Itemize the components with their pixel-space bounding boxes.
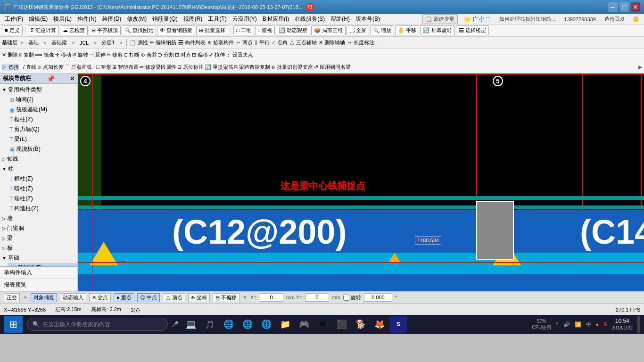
tree-col[interactable]: T框柱(Z) [8, 115, 77, 124]
tree-column-group[interactable]: ▼ 柱 [0, 164, 77, 174]
tree-ban-group[interactable]: ▷ 板 [0, 243, 77, 253]
tree-dz[interactable]: T端柱(Z) [8, 194, 77, 204]
tree-liang-group[interactable]: ▷ 梁 [0, 233, 77, 243]
line-btn[interactable]: / 直线 [23, 64, 36, 71]
batch-select-btn[interactable]: ⊞ 批量选择 [196, 25, 228, 35]
single-comp-btn[interactable]: 单构件输入 [0, 267, 77, 279]
zoom-btn[interactable]: 🔍 缩放 [370, 25, 394, 35]
volume-icon[interactable]: 🔊 [563, 321, 570, 328]
menu-edit[interactable]: 编辑(E) [26, 14, 50, 24]
tree-axis[interactable]: ⊞轴网(J) [8, 95, 77, 105]
tree-az[interactable]: T暗柱(Z) [8, 184, 77, 194]
apply-same-btn[interactable]: ↺ 应用到同名梁 [314, 64, 351, 71]
span-copy-btn[interactable]: ⎘ 梁跨数据复制 [234, 64, 270, 71]
mic-icon[interactable]: 🎤 [172, 321, 179, 328]
task-app-1[interactable]: 💻 [182, 316, 199, 333]
pan-btn[interactable]: ✋ 平移 [395, 25, 419, 35]
three-arc-btn[interactable]: ⌒ 三点画弧 [65, 64, 92, 71]
expand-arrow[interactable]: ▶ [638, 64, 642, 70]
offset-btn[interactable]: ⊞ 偏移 [192, 51, 208, 58]
length-mark-btn[interactable]: ↔ 长度标注 [347, 39, 374, 46]
grip-btn[interactable]: ⋮ 设置夹点 [226, 51, 253, 58]
find-element-btn[interactable]: 🔍 查找图元 [122, 25, 156, 35]
fullscreen-btn[interactable]: ⛶ 全屏 [347, 25, 369, 35]
delete-btn[interactable]: ✕ 删除 [2, 51, 18, 58]
task-app-ie2[interactable]: 🌐 [239, 316, 256, 333]
property-btn[interactable]: 📋 属性 [130, 39, 148, 46]
ortho-btn[interactable]: 正交 [4, 293, 20, 302]
task-app-red[interactable]: ⬛ [333, 316, 350, 333]
new-change-btn[interactable]: 📋 新建变更 [422, 14, 458, 24]
start-button[interactable]: ⊞ [4, 316, 23, 333]
point-len-btn[interactable]: ⊙ 点加长度 [37, 64, 64, 71]
menu-cloud[interactable]: 云应用(Y) [230, 14, 260, 24]
screen-rotate-btn[interactable]: 🔃 屏幕旋转 [420, 25, 454, 35]
del-axis-btn[interactable]: ✕ 删除辅轴 [319, 39, 345, 46]
point-angle-btn[interactable]: ∠ 点角 [272, 39, 288, 46]
midpoint-btn[interactable]: ◎ 中点 [137, 293, 160, 302]
tree-kz[interactable]: T框柱(Z) [8, 174, 77, 184]
dynamic-view-btn[interactable]: 🔄 动态观察 [276, 25, 310, 35]
coord-btn[interactable]: ⊕ 坐标 [188, 293, 210, 302]
select-btn[interactable]: ▷ 选择 [2, 64, 19, 71]
rotate-input[interactable] [364, 293, 392, 302]
trim-btn[interactable]: ✂ 修剪 [107, 51, 123, 58]
parallel-btn[interactable]: ∥ 平行 [255, 39, 269, 46]
three-point-axis-btn[interactable]: △ 三点辅轴 [289, 39, 317, 46]
move-btn[interactable]: ✛ 移动 [55, 51, 71, 58]
tree-slab[interactable]: ▣现浇板(B) [8, 144, 77, 154]
menu-draw[interactable]: 绘图(D) [99, 14, 124, 24]
caret-icon[interactable]: ^ [556, 321, 558, 327]
rect-btn[interactable]: □ 矩形 [96, 64, 111, 71]
task-app-mail[interactable]: ✉ [314, 316, 331, 333]
menu-help[interactable]: 帮助(H) [328, 14, 353, 24]
report-preview-btn[interactable]: 报表预览 [0, 279, 77, 291]
maximize-button[interactable]: □ [619, 2, 629, 12]
two-point-btn[interactable]: ↔ 两点 [236, 39, 253, 46]
top-view-btn[interactable]: ↕ 俯视 [255, 25, 275, 35]
midpoint-heavy-btn[interactable]: ● 重点 [114, 293, 134, 302]
tree-beam[interactable]: T梁(L) [8, 134, 77, 144]
re-extract-btn[interactable]: 🔄 重提梁筋 [205, 64, 233, 71]
break-btn[interactable]: ⊂ 打断 [124, 51, 140, 58]
y-input[interactable] [305, 293, 329, 302]
define-btn[interactable]: ■ 定义 [2, 25, 23, 35]
task-app-folder[interactable]: 📁 [277, 316, 294, 333]
menu-component[interactable]: 构件(N) [74, 14, 99, 24]
show-desktop[interactable] [637, 316, 640, 333]
canvas-area[interactable]: 4 5 这是梁中心线捕捉点 (C12@200) (C14 1180,534 → [78, 74, 644, 291]
align-btn[interactable]: ⊟ 对齐 [175, 51, 191, 58]
local-3d-btn[interactable]: 📦 局部三维 [311, 25, 346, 35]
batch-identify-btn[interactable]: ⊕ 批量识别梁支座 [271, 64, 313, 71]
intersection-btn[interactable]: ✕ 交点 [89, 293, 111, 302]
menu-floor[interactable]: 楼层(L) [50, 14, 74, 24]
rotate-check[interactable] [343, 295, 349, 301]
tree-foundation-group[interactable]: ▼ 基础 [0, 253, 77, 263]
stretch-btn[interactable]: ⤢ 拉伸 [209, 51, 225, 58]
modify-seg-btn[interactable]: ✏ 修改梁段属性 [140, 64, 176, 71]
menu-tools[interactable]: 工具(T) [205, 14, 229, 24]
network-icon[interactable]: 📶 [575, 321, 581, 328]
menu-bim[interactable]: BIM应用(I) [260, 14, 292, 24]
dynamic-input-btn[interactable]: 动态输入 [60, 293, 86, 302]
task-app-sw[interactable]: S [390, 316, 407, 333]
tree-qiang-group[interactable]: ▷ 墙 [0, 214, 77, 223]
tree-axisline-group[interactable]: ▷ 轴线 [0, 154, 77, 164]
task-app-ie3[interactable]: 🌐 [258, 316, 275, 333]
tree-raft[interactable]: ▣筏板基础(M) [8, 105, 77, 115]
object-snap-btn[interactable]: 对象捕捉 [31, 293, 57, 302]
menu-rebar[interactable]: 钢筋量(Q) [149, 14, 180, 24]
view-rebar-btn[interactable]: 👁 查看钢筋量 [157, 25, 195, 35]
no-offset-btn[interactable]: ⊟ 不偏移 [213, 293, 239, 302]
component-list-btn[interactable]: ☰ 构件列表 [178, 39, 206, 46]
merge-btn[interactable]: ⊕ 合并 [141, 51, 157, 58]
ime-dot[interactable]: ● [596, 321, 599, 327]
tree-wall[interactable]: T剪力墙(Q) [8, 124, 77, 134]
tree-jcl[interactable]: 🔧基础梁(F) [8, 263, 77, 266]
split-btn[interactable]: ⊃ 分割 [158, 51, 174, 58]
search-bar[interactable]: 🔍 在这里输入你要搜索的内容 [26, 318, 168, 331]
task-app-browser[interactable]: 🦊 [371, 316, 388, 333]
mirror-btn[interactable]: ⟺ 镜像 [35, 51, 54, 58]
flush-top-btn[interactable]: ⊟ 平齐板顶 [89, 25, 121, 35]
tree-door-group[interactable]: ▷ 门窗洞 [0, 223, 77, 233]
